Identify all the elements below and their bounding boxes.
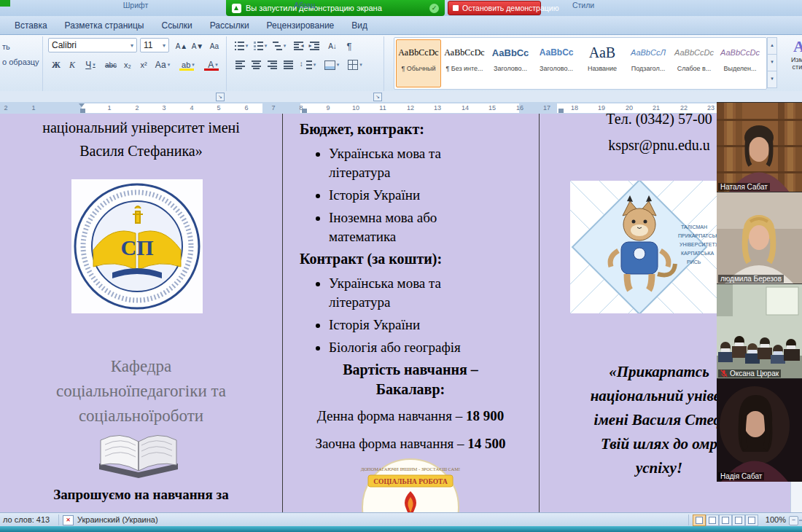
font-name-combobox[interactable]: Calibri ▾ — [48, 38, 137, 52]
style-subtle-emphasis[interactable]: АаBbСсDс Слабое в... — [671, 39, 717, 87]
tab-view[interactable]: Вид — [343, 17, 376, 34]
font-color-button[interactable]: А ▾ — [201, 57, 225, 73]
sort-button[interactable]: А↓ — [324, 38, 341, 54]
chevron-down-icon[interactable]: ▾ — [168, 62, 171, 68]
multilevel-list-button[interactable]: ▾ — [270, 38, 289, 54]
chevron-down-icon[interactable]: ▾ — [163, 42, 166, 49]
video-tile[interactable]: Надія Сабат — [717, 378, 802, 482]
highlight-color-button[interactable]: ab ▾ — [176, 57, 200, 73]
line-spacing-button[interactable]: ↕▾ — [297, 57, 319, 73]
font-dialog-launcher[interactable]: ↘ — [216, 93, 225, 101]
indent-marker[interactable] — [558, 109, 564, 113]
language-indicator[interactable]: Украинский (Украина) — [77, 515, 158, 524]
word-count[interactable]: ло слов: 413 — [3, 515, 50, 524]
tab-mailings[interactable]: Рассылки — [201, 17, 258, 34]
style-normal[interactable]: АаBbСсDс ¶ Обычный — [396, 39, 441, 87]
decrease-indent-button[interactable]: ◂ — [290, 38, 306, 54]
video-tile[interactable]: Оксана Цюрак — [717, 283, 802, 379]
view-outline-button[interactable] — [732, 515, 745, 526]
outdent-icon: ◂ — [294, 42, 303, 50]
font-size-combobox[interactable]: 11 ▾ — [140, 38, 169, 52]
view-web-layout-button[interactable] — [719, 515, 732, 526]
ruler-tick: 5 — [217, 104, 220, 112]
list-item: Іноземна мова або математика — [329, 208, 500, 246]
chevron-down-icon[interactable]: ▾ — [337, 62, 340, 68]
style-name: Заголово... — [540, 65, 573, 72]
change-case-button[interactable]: Аа ▾ — [152, 57, 174, 73]
university-emblem-image[interactable]: СП — [71, 179, 203, 313]
shading-button[interactable]: ▾ — [321, 57, 343, 73]
style-no-spacing[interactable]: АаBbСсDс ¶ Без инте... — [442, 39, 487, 87]
gallery-more-button[interactable]: ▾ — [767, 71, 777, 88]
chevron-down-icon[interactable]: ▾ — [359, 62, 362, 68]
chevron-down-icon[interactable]: ▾ — [284, 43, 287, 49]
gallery-scroll-up-button[interactable]: ▴ — [767, 37, 777, 55]
view-draft-button[interactable] — [745, 515, 758, 526]
chevron-down-icon[interactable]: ▾ — [192, 62, 195, 68]
borders-button[interactable]: ▾ — [344, 57, 366, 73]
horizontal-ruler[interactable]: 2 1 1 2 3 4 5 6 7 8 9 10 11 12 13 14 15 … — [0, 102, 802, 114]
chevron-down-icon[interactable]: ▾ — [246, 43, 249, 49]
ruler-tick: 7 — [271, 104, 275, 112]
middle-column: Бюджет, контракт: Українська мова та літ… — [282, 114, 539, 512]
chevron-down-icon[interactable]: ▾ — [93, 62, 96, 68]
social-work-logo-image[interactable]: ДОПОМАГАЮЧИ ІНШИМ - ЗРОСТАЄШ САМ! СОЦІАЛ… — [355, 455, 466, 512]
italic-button[interactable]: К — [64, 57, 80, 73]
tab-references[interactable]: Ссылки — [152, 17, 200, 34]
zoom-out-button[interactable]: − — [789, 516, 798, 525]
paragraph-dialog-launcher[interactable]: ↘ — [373, 93, 382, 101]
style-title[interactable]: АаВ Название — [580, 39, 625, 87]
show-paragraph-marks-button[interactable]: ¶ — [341, 38, 357, 54]
zoom-level[interactable]: 100% — [761, 515, 786, 524]
indent-marker[interactable] — [302, 109, 307, 113]
strikethrough-button[interactable]: abc — [102, 57, 120, 73]
bulleted-list-button[interactable]: ▾ — [232, 38, 251, 54]
numbered-list-button[interactable]: ▾ — [251, 38, 270, 54]
view-print-layout-button[interactable] — [693, 515, 706, 526]
format-painter-fragment[interactable]: о образцу — [2, 58, 39, 66]
font-group-label: Шрифт — [123, 1, 149, 9]
chevron-down-icon[interactable]: ▾ — [215, 62, 218, 68]
bold-button[interactable]: Ж — [48, 57, 64, 73]
dept-line1: Кафедра — [0, 357, 282, 376]
align-right-button[interactable] — [264, 57, 280, 73]
chevron-down-icon[interactable]: ▾ — [314, 62, 316, 68]
participant-name: Оксана Цюрак — [718, 369, 781, 378]
chevron-down-icon[interactable]: ▾ — [265, 43, 268, 49]
subscript-button[interactable]: х₂ — [120, 57, 136, 73]
clear-formatting-button[interactable]: Аа — [206, 38, 223, 54]
style-emphasis[interactable]: АаBbСсDс Выделен... — [717, 39, 763, 87]
superscript-button[interactable]: х² — [136, 57, 152, 73]
change-styles-button[interactable]: А Изме стил — [777, 37, 802, 88]
book-graphic — [93, 426, 184, 478]
ruler-tick: 16 — [516, 104, 523, 112]
tab-page-layout[interactable]: Разметка страницы — [56, 17, 153, 34]
document-page[interactable]: національний університет імені Василя Ст… — [0, 114, 802, 512]
increase-indent-button[interactable]: ▸ — [306, 38, 322, 54]
zoom-slider[interactable] — [799, 520, 802, 521]
align-center-button[interactable] — [248, 57, 264, 73]
spellcheck-icon[interactable]: ✕ — [63, 515, 74, 525]
stop-share-button[interactable]: Остановить демонстрацию — [448, 1, 541, 15]
gallery-scroll-down-button[interactable]: ▾ — [767, 54, 777, 71]
style-heading2[interactable]: АаBbСс Заголово... — [534, 39, 579, 87]
chevron-down-icon[interactable]: ▾ — [131, 42, 133, 49]
tab-insert[interactable]: Вставка — [6, 17, 56, 34]
underline-button[interactable]: Ч ▾ — [80, 57, 101, 73]
underline-glyph: Ч — [85, 60, 91, 70]
align-center-icon — [252, 60, 261, 69]
justify-button[interactable] — [280, 57, 296, 73]
first-line-indent-marker[interactable] — [79, 103, 85, 107]
book-clipart-image[interactable] — [93, 426, 184, 478]
indent-marker[interactable] — [80, 109, 85, 113]
view-fullscreen-reading-button[interactable] — [706, 515, 719, 526]
mascot-image[interactable]: ТАЛІСМАН ПРИКАРПАТСЬКОГО УНІВЕРСИТЕТУ КА… — [570, 181, 723, 313]
tab-review[interactable]: Рецензирование — [258, 17, 343, 34]
style-subtitle[interactable]: АаBbСсЛ Подзагол... — [626, 39, 671, 87]
grow-font-button[interactable]: А▲ — [174, 38, 190, 54]
align-left-button[interactable] — [232, 57, 248, 73]
style-heading1[interactable]: АаBbСс Заголово... — [488, 39, 533, 87]
video-tile[interactable]: Наталя Сабат — [717, 102, 802, 192]
shrink-font-button[interactable]: А▼ — [190, 38, 206, 54]
video-tile[interactable]: людмила Березов — [717, 192, 802, 284]
